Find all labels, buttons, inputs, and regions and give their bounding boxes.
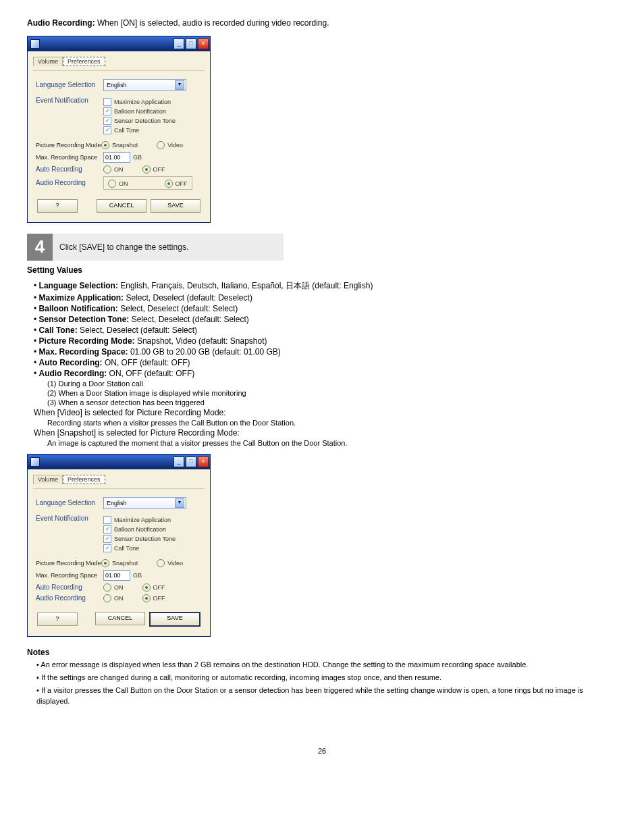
sub3: (3) When a sensor detection has been tri… [47, 398, 617, 407]
language-select[interactable]: English ▾ [103, 497, 186, 509]
auto-label: Auto Recording [36, 583, 103, 591]
minimize-button[interactable]: _ [173, 38, 184, 49]
radio-audio-off-label: OFF [176, 180, 188, 187]
checkbox-call[interactable]: ✓ [103, 544, 111, 552]
radio-auto-on[interactable] [103, 583, 111, 592]
setting-bullet: • Balloon Notification: Select, Deselect… [34, 304, 617, 313]
setting-bullet: • Maximize Application: Select, Deselect… [34, 293, 617, 303]
radio-auto-on-label: ON [114, 166, 124, 173]
sub1: (1) During a Door Station call [47, 380, 617, 388]
mrs-unit: GB [133, 154, 142, 161]
checkbox-balloon[interactable]: ✓ [103, 107, 111, 115]
close-button[interactable]: × [198, 457, 209, 467]
radio-video[interactable] [157, 141, 165, 149]
preferences-window-save: _ □ × Volume Preferences Language Select… [27, 454, 211, 637]
language-label: Language Selection [36, 499, 103, 506]
tab-preferences[interactable]: Preferences [63, 475, 105, 484]
radio-auto-off[interactable] [142, 583, 151, 592]
tab-volume[interactable]: Volume [33, 475, 63, 484]
language-select[interactable]: English ▾ [103, 79, 186, 91]
checkbox-call[interactable]: ✓ [103, 126, 111, 134]
step-bar: 4 Click [SAVE] to change the settings. [27, 234, 284, 261]
tab-preferences[interactable]: Preferences [63, 57, 105, 66]
mrs-input[interactable]: 01.00 [103, 570, 130, 581]
mrs-label: Max. Recording Space [36, 572, 103, 579]
radio-audio-off[interactable] [165, 180, 173, 188]
maximize-button[interactable]: □ [186, 457, 196, 467]
radio-snapshot[interactable] [101, 141, 109, 149]
checkbox-sensor[interactable]: ✓ [103, 117, 111, 125]
radio-audio-on-label: ON [119, 180, 128, 187]
checkbox-maximize[interactable] [103, 516, 111, 524]
help-button[interactable]: ? [37, 613, 78, 626]
chk-call-label: Call Tone [114, 127, 139, 134]
note-2: • If the settings are changed during a c… [36, 673, 617, 683]
radio-auto-off[interactable] [142, 165, 151, 174]
radio-snapshot[interactable] [101, 559, 109, 567]
mrs-input[interactable]: 01.00 [103, 152, 130, 163]
note-3: • If a visitor presses the Call Button o… [36, 685, 617, 706]
event-label: Event Notification [36, 97, 103, 104]
setting-bullet: • Audio Recording: ON, OFF (default: OFF… [34, 369, 617, 378]
radio-video-label: Video [167, 142, 183, 149]
language-value: English [107, 82, 127, 88]
note-1: • An error message is displayed when les… [36, 660, 617, 670]
setting-bullet: • Call Tone: Select, Deselect (default: … [34, 325, 617, 335]
audio-recording-desc: When [ON] is selected, audio is recorded… [97, 18, 329, 28]
setting-values-title: Setting Values [27, 265, 617, 276]
notes-title: Notes [27, 648, 617, 657]
cancel-button[interactable]: CANCEL [95, 612, 145, 625]
prm-label: Picture Recording Mode [36, 560, 101, 567]
step-text: Click [SAVE] to change the settings. [53, 234, 284, 261]
event-label: Event Notification [36, 515, 103, 522]
app-icon [30, 457, 40, 467]
sub2: (2) When a Door Station image is display… [47, 389, 617, 397]
step-number: 4 [27, 234, 53, 261]
foot1: When [Video] is selected for Picture Rec… [34, 408, 617, 417]
save-button-highlighted[interactable]: SAVE [149, 612, 200, 627]
save-button[interactable]: SAVE [151, 199, 200, 213]
chevron-down-icon: ▾ [175, 80, 184, 90]
radio-snapshot-label: Snapshot [112, 142, 138, 149]
radio-audio-off[interactable] [142, 594, 151, 602]
foot2sub: An image is captured the moment that a v… [47, 439, 617, 447]
audio-label: Audio Recording [36, 594, 103, 602]
close-button[interactable]: × [198, 38, 209, 49]
preferences-window: _ □ × Volume Preferences Language Select… [27, 36, 211, 223]
radio-audio-on[interactable] [103, 594, 111, 602]
chevron-down-icon: ▾ [175, 498, 184, 508]
setting-bullet: • Max. Recording Space: 01.00 GB to 20.0… [34, 347, 617, 357]
page-number: 26 [27, 747, 617, 755]
audio-label: Audio Recording [36, 179, 103, 186]
radio-auto-on[interactable] [103, 165, 111, 174]
radio-auto-off-label: OFF [153, 166, 165, 173]
language-label: Language Selection [36, 81, 103, 88]
checkbox-maximize[interactable] [103, 98, 111, 106]
chk-sensor-label: Sensor Detection Tone [114, 118, 176, 124]
setting-bullet: • Picture Recording Mode: Snapshot, Vide… [34, 336, 617, 346]
chk-max-label: Maximize Application [114, 99, 171, 105]
chk-balloon-label: Balloon Notification [114, 108, 166, 115]
radio-audio-on[interactable] [108, 180, 116, 188]
mrs-label: Max. Recording Space [36, 154, 103, 161]
app-icon [30, 39, 40, 49]
auto-label: Auto Recording [36, 165, 103, 173]
minimize-button[interactable]: _ [173, 457, 184, 467]
language-value: English [107, 500, 127, 506]
foot2: When [Snapshot] is selected for Picture … [34, 428, 617, 438]
tab-volume[interactable]: Volume [33, 57, 63, 66]
setting-bullet: • Language Selection: English, Français,… [34, 280, 617, 292]
setting-bullet: • Auto Recording: ON, OFF (default: OFF) [34, 358, 617, 367]
checkbox-sensor[interactable]: ✓ [103, 535, 111, 543]
radio-video[interactable] [157, 559, 165, 567]
checkbox-balloon[interactable]: ✓ [103, 525, 111, 533]
audio-groupbox: ON OFF [103, 176, 192, 190]
prm-label: Picture Recording Mode [36, 142, 101, 149]
foot1sub: Recording starts when a visitor presses … [47, 419, 617, 427]
setting-bullet: • Sensor Detection Tone: Select, Deselec… [34, 315, 617, 324]
audio-recording-title: Audio Recording: [27, 18, 95, 28]
help-button[interactable]: ? [37, 199, 78, 213]
maximize-button[interactable]: □ [186, 38, 196, 49]
cancel-button[interactable]: CANCEL [97, 199, 146, 213]
